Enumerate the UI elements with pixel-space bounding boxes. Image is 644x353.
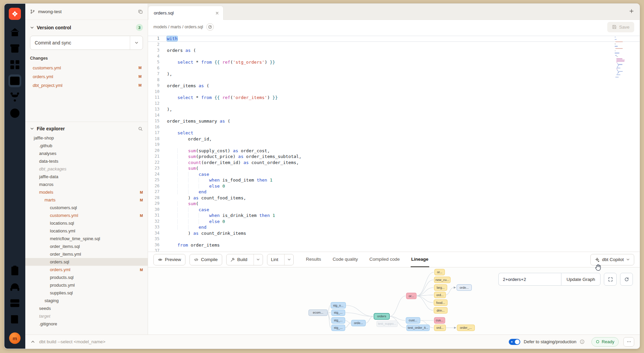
refresh-graph-icon[interactable] [620,273,633,286]
tree-item-macros[interactable]: macros [25,181,148,188]
lineage-node-stg4[interactable]: stg_... [331,325,345,331]
lineage-selector-input[interactable]: 2+orders+2 [498,273,561,286]
minimap[interactable] [615,37,632,78]
command-input[interactable]: dbt build --select <model_name> [39,339,106,344]
copy-branch-button[interactable] [138,9,143,14]
rail-book-icon[interactable] [8,313,21,326]
search-files-icon[interactable] [138,126,143,131]
panel-tab-results[interactable]: Results [305,252,322,267]
dbt-copilot-button[interactable]: dbt Copilot [590,254,634,265]
tree-item-order-items-yml[interactable]: order_items.yml [25,250,148,258]
lineage-node-y5[interactable]: food... [434,300,447,306]
lineage-node-y4[interactable]: ord... [434,292,446,298]
changed-file-dbt-project-yml[interactable]: dbt_project.ymlM [30,81,143,90]
tree-item-orders-yml[interactable]: orders.ymlM [25,266,148,274]
tree-item-products-sql[interactable]: products.sql [25,274,148,281]
tree-item-models[interactable]: modelsM [25,188,148,196]
code-editor[interactable]: 1with23orders as (45 select * from {{ re… [148,34,640,252]
lineage-panel[interactable]: ecom...stg_o...stg_...stg_...stg_...orde… [148,267,640,334]
tree-item-analyses[interactable]: analyses [25,150,148,157]
close-tab-icon[interactable] [215,11,219,15]
tree-item-data-tests[interactable]: data-tests [25,157,148,165]
rail-compass-icon[interactable] [8,107,21,120]
tree-item-dbt-packages[interactable]: dbt_packages [25,165,148,173]
tab-orders-sql[interactable]: orders.sql [148,6,224,20]
tree-item-seeds[interactable]: seeds [25,304,148,312]
dbt-logo-icon[interactable] [9,8,21,20]
compile-button[interactable]: Compile [189,254,222,265]
avatar[interactable]: m [9,332,21,344]
tree-item-metricflow-time-spine-sql[interactable]: metricflow_time_spine.sql [25,235,148,243]
tree-item--gitignore[interactable]: .gitignore [25,320,148,328]
info-icon[interactable] [580,339,585,344]
panel-tab-lineage[interactable]: Lineage [411,252,429,267]
changed-file-customers-yml[interactable]: customers.ymlM [30,63,143,72]
lineage-node-tsup[interactable]: test_suppo... [377,321,398,327]
tree-item-customers-yml[interactable]: customers.ymlM [25,212,148,219]
lineage-node-y7[interactable]: ord... [434,325,446,331]
tree-item-customers-sql[interactable]: customers.sql [25,204,148,212]
lineage-node-cust[interactable]: cust... [406,317,420,323]
changed-file-orders-yml[interactable]: orders.ymlM [30,72,143,81]
rail-develop-icon[interactable] [8,74,21,87]
lineage-node-outm[interactable]: orde... [457,285,472,291]
tree-item-products-yml[interactable]: products.yml [25,281,148,289]
rail-headset-icon[interactable] [8,281,21,293]
fullscreen-icon[interactable] [604,273,617,286]
more-options-button[interactable] [623,337,634,347]
tree-item-order-items-sql[interactable]: order_items.sql [25,243,148,250]
tree-item-locations-sql[interactable]: locations.sql [25,219,148,227]
lineage-node-ecom[interactable]: ecom... [309,310,327,316]
tree-item-orders-sql[interactable]: orders.sql [25,258,148,266]
panel-tab-compiled-code[interactable]: Compiled code [369,252,400,267]
rail-fork-icon[interactable] [8,91,21,103]
lineage-node-y3[interactable]: larg... [434,285,447,291]
code-line-28: 28 ) as count_food_items, [148,195,640,201]
update-graph-button[interactable]: Update Graph [561,273,601,286]
tree-item-locations-yml[interactable]: locations.yml [25,227,148,235]
panel-tab-code-quality[interactable]: Code quality [332,252,358,267]
lineage-node-stg3[interactable]: stg_... [331,317,345,323]
rail-archive-icon[interactable] [8,42,21,55]
lineage-node-orpk[interactable]: or... [406,293,416,299]
tree-item-jaffle-data[interactable]: jaffle-data [25,173,148,181]
file-explorer-header[interactable]: File explorer [25,126,148,131]
save-button[interactable]: Save [607,22,634,32]
lineage-node-mid[interactable]: orde... [351,320,365,326]
build-button[interactable]: Build [226,254,263,265]
lineage-node-y6[interactable]: drin... [434,307,447,313]
rail-grid-icon[interactable] [8,58,21,71]
tree-item--github[interactable]: .github [25,142,148,150]
build-options-chevron-icon[interactable] [254,254,263,265]
line-number: 36 [148,242,159,248]
new-tab-button[interactable] [629,8,634,14]
rail-clipboard-icon[interactable] [8,264,21,277]
commit-options-chevron-icon[interactable] [130,36,143,50]
lineage-node-tord[interactable]: test_order_it... [407,325,430,331]
lineage-node-stg2[interactable]: stg_... [331,310,345,316]
tree-item-marts[interactable]: martsM [25,196,148,204]
tree-item-supplies-sql[interactable]: supplies.sql [25,289,148,297]
tree-item-staging[interactable]: staging [25,297,148,304]
rail-server-icon[interactable] [8,297,21,310]
lineage-node-y2[interactable]: new_cu... [434,277,450,283]
lineage-node-stg1[interactable]: stg_o... [331,302,346,308]
lineage-node-y1[interactable]: or... [435,269,445,275]
lint-button[interactable]: Lint [267,254,294,265]
lineage-node-orders[interactable]: orders [374,313,389,319]
code-line-34: 34 ) as count_drink_items [148,230,640,236]
tree-item-target[interactable]: target [25,312,148,320]
commit-and-sync-button[interactable]: Commit and sync [30,36,143,50]
tree-item-label: analyses [39,151,56,156]
preview-button[interactable]: Preview [153,254,185,265]
tree-item-jaffle-shop[interactable]: jaffle-shop [25,134,148,142]
version-control-header[interactable]: Version control 3 [30,24,143,31]
lineage-node-outy[interactable]: order_... [457,325,475,331]
lineage-node-pk2[interactable]: cus... [434,317,445,323]
rail-home-icon[interactable] [8,26,21,39]
open-in-new-icon[interactable] [206,23,214,31]
lint-options-chevron-icon[interactable] [284,254,293,265]
expand-command-bar-icon[interactable] [31,340,35,344]
svg-text:cus...: cus... [436,318,443,322]
defer-toggle[interactable] [509,339,520,345]
